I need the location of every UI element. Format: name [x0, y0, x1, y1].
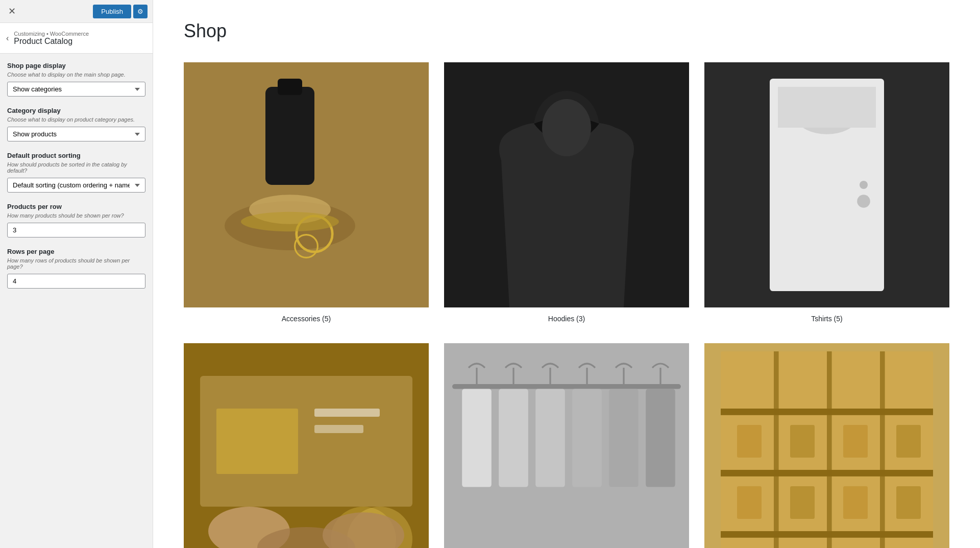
- products-per-row-desc: How many products should be shown per ro…: [7, 212, 145, 219]
- svg-rect-19: [216, 409, 298, 474]
- products-per-row-label: Products per row: [7, 203, 145, 210]
- default-sorting-section: Default product sorting How should produ…: [7, 152, 145, 193]
- breadcrumb: Customizing • WooCommerce: [14, 31, 89, 37]
- category-display-select[interactable]: Show products Show subcategories Show bo…: [7, 127, 145, 141]
- shop-page-display-section: Shop page display Choose what to display…: [7, 62, 145, 97]
- svg-rect-38: [609, 389, 639, 487]
- default-sorting-label: Default product sorting: [7, 152, 145, 159]
- rows-per-page-section: Rows per page How many rows of products …: [7, 248, 145, 289]
- svg-point-16: [860, 181, 868, 189]
- category-image-hoodies: [444, 62, 689, 307]
- category-image-accessories: [184, 62, 429, 307]
- default-sorting-select[interactable]: Default sorting (custom ordering + name)…: [7, 178, 145, 193]
- rows-per-page-desc: How many rows of products should be show…: [7, 257, 145, 270]
- shop-title: Shop: [184, 20, 949, 42]
- category-name: Hoodies (3): [548, 315, 585, 323]
- svg-rect-30: [462, 389, 492, 487]
- svg-rect-36: [572, 389, 602, 487]
- category-display-section: Category display Choose what to display …: [7, 107, 145, 141]
- svg-rect-3: [278, 79, 302, 95]
- svg-rect-48: [880, 351, 885, 548]
- category-image-clothing: [444, 343, 689, 548]
- svg-rect-52: [896, 425, 921, 458]
- svg-rect-53: [737, 486, 762, 519]
- panel-title: Product Catalog: [14, 37, 89, 46]
- category-name: Accessories (5): [282, 315, 331, 323]
- svg-rect-40: [646, 389, 675, 487]
- category-display-desc: Choose what to display on product catego…: [7, 116, 145, 123]
- svg-rect-51: [843, 425, 868, 458]
- list-item[interactable]: Hoodies (3): [444, 62, 689, 323]
- shop-page-display-label: Shop page display: [7, 62, 145, 69]
- svg-point-7: [241, 212, 339, 231]
- svg-rect-28: [452, 384, 681, 389]
- list-item[interactable]: Accessories (5): [184, 62, 429, 323]
- close-button[interactable]: ✕: [5, 4, 19, 19]
- products-per-row-section: Products per row How many products shoul…: [7, 203, 145, 237]
- svg-point-15: [857, 195, 870, 208]
- svg-rect-14: [778, 87, 876, 128]
- list-item[interactable]: Clothing (20): [444, 343, 689, 548]
- products-per-row-input[interactable]: 3: [7, 223, 145, 237]
- svg-rect-46: [774, 351, 779, 548]
- category-display-label: Category display: [7, 107, 145, 114]
- list-item[interactable]: Tshirts (5): [704, 62, 949, 323]
- svg-rect-21: [314, 425, 363, 433]
- svg-rect-49: [737, 425, 762, 458]
- close-icon: ✕: [8, 6, 16, 16]
- svg-rect-55: [843, 486, 868, 519]
- list-item[interactable]: Uncategorized (3): [704, 343, 949, 548]
- rows-per-page-input[interactable]: 4: [7, 274, 145, 289]
- shop-page-display-select[interactable]: Show categories Show products Show both: [7, 82, 145, 97]
- gear-button[interactable]: ⚙: [133, 5, 148, 18]
- category-image-memberships: [184, 343, 429, 548]
- category-image-uncategorized: [704, 343, 949, 548]
- main-content: Shop Accessories (5): [153, 0, 980, 548]
- panel-content: Shop page display Choose what to display…: [0, 54, 153, 307]
- rows-per-page-label: Rows per page: [7, 248, 145, 255]
- category-name: Tshirts (5): [811, 315, 842, 323]
- top-bar: ✕ Publish ⚙: [0, 0, 153, 23]
- category-image-tshirts: [704, 62, 949, 307]
- svg-rect-54: [790, 486, 815, 519]
- products-grid: Accessories (5) Hoodies (3): [184, 62, 949, 548]
- svg-rect-32: [499, 389, 528, 487]
- svg-point-10: [542, 99, 591, 156]
- sidebar: ✕ Publish ⚙ ‹ Customizing • WooCommerce …: [0, 0, 153, 548]
- svg-rect-47: [827, 351, 832, 548]
- shop-page-display-desc: Choose what to display on the main shop …: [7, 72, 145, 78]
- svg-rect-34: [535, 389, 565, 487]
- publish-button[interactable]: Publish: [93, 5, 131, 18]
- svg-rect-20: [314, 409, 380, 417]
- svg-rect-56: [896, 486, 921, 519]
- svg-rect-2: [265, 87, 314, 185]
- back-button[interactable]: ‹: [6, 34, 9, 43]
- nav-header: ‹ Customizing • WooCommerce Product Cata…: [0, 23, 153, 54]
- svg-rect-50: [790, 425, 815, 458]
- list-item[interactable]: Memberships (1): [184, 343, 429, 548]
- default-sorting-desc: How should products be sorted in the cat…: [7, 161, 145, 174]
